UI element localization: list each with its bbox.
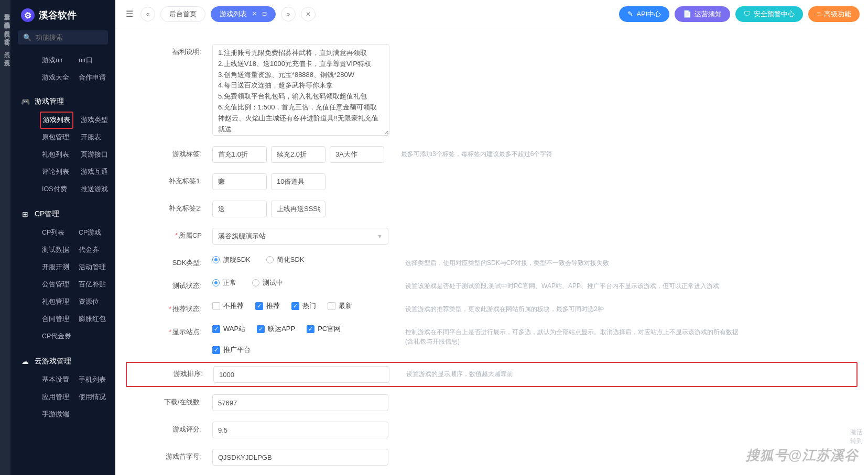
checkbox-icon	[257, 325, 265, 333]
nav-item[interactable]: 公告管理	[40, 276, 71, 293]
rail-item[interactable]: 旗舰管理后台	[0, 5, 10, 14]
help-sort: 设置游戏的显示顺序，数值越大越靠前	[406, 366, 513, 379]
sidebar-search[interactable]: 🔍 ✕	[18, 30, 108, 45]
nav-item[interactable]: 应用管理	[40, 389, 71, 406]
sort-input[interactable]	[213, 366, 389, 383]
rail-item[interactable]: 发行系统	[0, 22, 10, 30]
group-icon: 🎮	[21, 97, 29, 106]
api-center-button[interactable]: ✎API中心	[619, 6, 669, 22]
initial-input[interactable]	[212, 449, 388, 466]
nav-item[interactable]: 百亿补贴	[77, 276, 108, 293]
nav-group-header[interactable]: ☁云游戏管理	[10, 351, 115, 371]
benefit-textarea[interactable]: 1.注册账号无限免费招募神武将，直到满意再领取 2.上线送V18、送1000元充…	[212, 44, 389, 136]
label-dl: 下载/在线数:	[126, 394, 202, 407]
group-icon: ☁	[21, 357, 29, 366]
history-fwd-icon[interactable]: »	[281, 7, 296, 21]
radio-icon	[252, 279, 259, 286]
nav-item[interactable]: 游戏类型	[79, 112, 110, 129]
rail-item[interactable]: 玩家维护和公会服务系统	[0, 14, 10, 22]
nav-item[interactable]: 测试数据	[40, 241, 71, 259]
rail-item[interactable]: 工作室OA系统	[0, 30, 10, 51]
nav-item[interactable]: 礼包管理	[40, 293, 71, 311]
nav-item[interactable]: 膨胀红包	[77, 311, 108, 328]
nav-item[interactable]: IOS付费	[40, 181, 73, 198]
history-back-icon[interactable]: «	[140, 7, 155, 21]
nav-item[interactable]: 页游接口	[79, 146, 110, 163]
extra1-input-1[interactable]	[212, 173, 267, 190]
sidebar: ⚙ 溪谷软件 🔍 ✕ 游戏nir nir口 游戏大全 合作申请 🎮游戏管理游戏列…	[10, 0, 115, 475]
tab[interactable]: 后台首页	[160, 6, 205, 22]
nav-item[interactable]: 评论列表	[40, 163, 73, 181]
checkbox-option[interactable]: 联运APP	[257, 324, 295, 334]
score-input[interactable]	[212, 422, 388, 438]
close-icon[interactable]: ✕	[252, 10, 257, 17]
radio-icon	[266, 256, 274, 263]
nav-group-header[interactable]: ⊞CP管理	[10, 204, 115, 224]
nav-item[interactable]: 手游微端	[40, 406, 108, 423]
pin-icon[interactable]: ⊟	[262, 10, 267, 17]
nav-item[interactable]: 开服表	[79, 129, 110, 146]
nav-stub[interactable]: 合作申请	[77, 69, 108, 86]
nav-stub[interactable]: 游戏nir	[40, 52, 71, 69]
radio-option[interactable]: 正常	[212, 278, 236, 288]
label-score: 游戏评分:	[126, 422, 202, 434]
label-rec: *推荐状态:	[126, 301, 202, 314]
left-rail: 旗舰管理后台玩家维护和公会服务系统发行系统工作室OA系统系统设置	[0, 0, 10, 475]
menu-toggle-icon[interactable]: ☰	[124, 7, 135, 21]
tag-input-1[interactable]	[212, 146, 267, 163]
nav-item[interactable]: 推送游戏	[79, 181, 110, 198]
tag-input-2[interactable]	[271, 146, 326, 163]
pill-icon: ✎	[627, 10, 633, 18]
download-input[interactable]	[212, 394, 388, 411]
close-tab-icon[interactable]: ✕	[301, 7, 316, 21]
nav-stub[interactable]: 游戏大全	[40, 69, 71, 86]
nav-item[interactable]: 基本设置	[40, 371, 71, 389]
tag-input-3[interactable]	[330, 146, 384, 163]
checkbox-option[interactable]: 推广平台	[212, 345, 251, 355]
checkbox-option[interactable]: 推荐	[255, 301, 280, 311]
nav-item[interactable]: 合同管理	[40, 311, 71, 328]
pill-icon: 📄	[683, 10, 691, 18]
extra1-input-2[interactable]	[271, 173, 326, 190]
nav-item[interactable]: 资源位	[77, 293, 108, 311]
checkbox-option[interactable]: 不推荐	[212, 301, 244, 311]
nav-group-header[interactable]: 🎮游戏管理	[10, 92, 115, 112]
nav-item[interactable]: 代金券	[77, 241, 108, 259]
rail-item[interactable]: 系统设置	[0, 51, 10, 60]
label-sort: 游戏排序:	[127, 366, 203, 379]
nav-stub[interactable]: nir口	[77, 52, 108, 69]
group-icon: ⊞	[21, 210, 29, 218]
nav-item[interactable]: 原包管理	[40, 129, 73, 146]
label-extra2: 补充标签2:	[126, 201, 202, 213]
nav-item[interactable]: 使用情况	[77, 389, 108, 406]
checkbox-option[interactable]: WAP站	[212, 324, 245, 334]
checkbox-icon	[212, 346, 220, 354]
nav-item[interactable]: CP列表	[40, 224, 71, 241]
nav-item[interactable]: 活动管理	[77, 259, 108, 276]
radio-option[interactable]: 简化SDK	[266, 255, 305, 264]
label-benefit: 福利说明:	[126, 44, 202, 57]
nav-item[interactable]: 手机列表	[77, 371, 108, 389]
label-initial: 游戏首字母:	[126, 449, 202, 461]
advanced-button[interactable]: ≡高级功能	[808, 6, 860, 22]
security-center-button[interactable]: 🛡安全预警中心	[735, 6, 803, 22]
search-input[interactable]	[36, 34, 115, 41]
cp-select[interactable]: 溪谷旗舰演示站▼	[212, 228, 388, 245]
radio-option[interactable]: 测试中	[252, 278, 283, 288]
checkbox-option[interactable]: PC官网	[307, 324, 341, 334]
extra2-input-2[interactable]	[271, 201, 326, 217]
nav-item[interactable]: CP代金券	[40, 328, 108, 345]
nav-item[interactable]: 游戏互通	[79, 163, 110, 181]
checkbox-option[interactable]: 最新	[328, 301, 352, 311]
tab[interactable]: 游戏列表✕⊟	[211, 6, 276, 22]
nav-item[interactable]: CP游戏	[77, 224, 108, 241]
pill-icon: ≡	[817, 10, 821, 18]
radio-option[interactable]: 旗舰SDK	[212, 255, 251, 264]
nav-item[interactable]: 游戏列表	[40, 112, 73, 129]
extra2-input-1[interactable]	[212, 201, 267, 217]
ops-notice-button[interactable]: 📄运营须知	[675, 6, 730, 22]
checkbox-option[interactable]: 热门	[291, 301, 316, 311]
nav-item[interactable]: 礼包列表	[40, 146, 73, 163]
nav-item[interactable]: 开服开测	[40, 259, 71, 276]
checkbox-icon	[212, 325, 220, 333]
